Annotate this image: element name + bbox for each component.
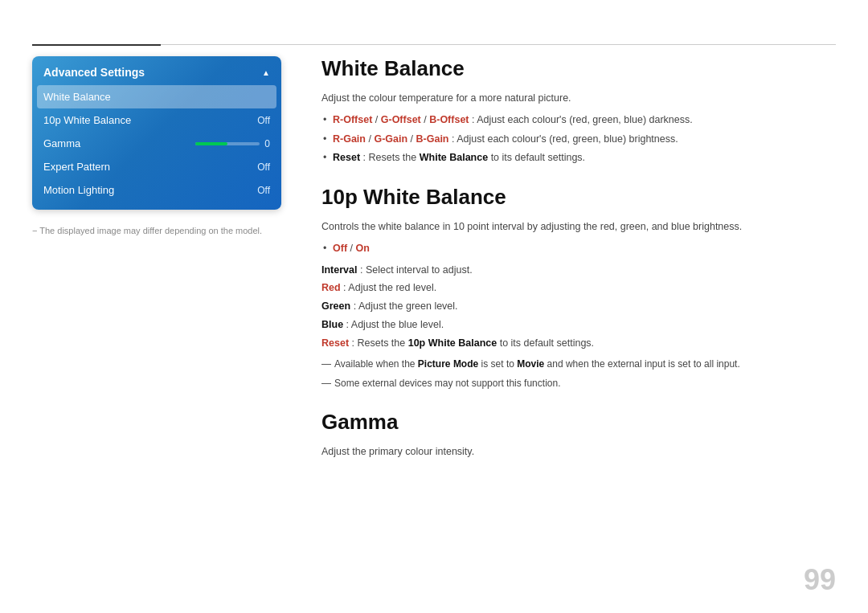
- gamma-slider-track: [195, 142, 260, 145]
- sidebar-item-gamma[interactable]: Gamma 0: [32, 132, 281, 155]
- 10p-white-balance-title: 10p White Balance: [321, 185, 836, 210]
- red-label: Red: [321, 282, 341, 293]
- section-gamma: Gamma Adjust the primary colour intensit…: [321, 410, 836, 460]
- reset-10p-text: : Resets the: [352, 337, 408, 349]
- interval-label: Interval: [321, 264, 357, 276]
- top-border-dark: [32, 44, 161, 46]
- movie-ref: Movie: [517, 358, 544, 370]
- section-white-balance: White Balance Adjust the colour temperat…: [321, 56, 836, 166]
- separator: /: [411, 133, 416, 145]
- sidebar-item-white-balance[interactable]: White Balance: [37, 85, 276, 108]
- b-offset-label: B-Offset: [429, 114, 469, 125]
- off-label: Off: [333, 243, 347, 254]
- g-gain-label: G-Gain: [374, 133, 407, 145]
- sidebar-title: Advanced Settings ▲: [32, 66, 281, 85]
- bullet-text: : Adjust each colour's (red, green, blue…: [472, 114, 693, 125]
- reset-10p-line: Reset : Resets the 10p White Balance to …: [321, 336, 836, 351]
- gamma-desc: Adjust the primary colour intensity.: [321, 444, 836, 460]
- sidebar-item-label: White Balance: [43, 91, 111, 103]
- interval-line: Interval : Select interval to adjust.: [321, 263, 836, 278]
- green-label: Green: [321, 300, 350, 312]
- interval-text: : Select interval to adjust.: [360, 264, 473, 276]
- on-label: On: [356, 243, 370, 254]
- sidebar-item-label: Gamma: [43, 137, 80, 149]
- bullet-item: R-Gain / G-Gain / B-Gain : Adjust each c…: [321, 132, 836, 147]
- sidebar-item-value: Off: [257, 185, 270, 196]
- sidebar-item-label: Expert Pattern: [43, 161, 110, 173]
- white-balance-desc: Adjust the colour temperature for a more…: [321, 91, 836, 106]
- sidebar-item-label: Motion Lighting: [43, 184, 114, 196]
- reset-label: Reset: [333, 152, 360, 163]
- sidebar-panel: Advanced Settings ▲ White Balance 10p Wh…: [32, 56, 281, 210]
- separator: /: [375, 114, 381, 125]
- separator: /: [350, 243, 356, 254]
- bullet-item: Off / On: [321, 241, 836, 256]
- green-text: : Adjust the green level.: [354, 300, 458, 312]
- sidebar-arrow-icon: ▲: [262, 68, 270, 77]
- bullet-item: Reset : Resets the White Balance to its …: [321, 150, 836, 166]
- note-picture-mode: Available when the Picture Mode is set t…: [321, 357, 836, 371]
- sidebar-note: − The displayed image may differ dependi…: [32, 226, 281, 235]
- green-line: Green : Adjust the green level.: [321, 299, 836, 314]
- red-line: Red : Adjust the red level.: [321, 280, 836, 296]
- b-gain-label: B-Gain: [416, 133, 449, 145]
- page-number: 99: [804, 563, 836, 597]
- blue-line: Blue : Adjust the blue level.: [321, 317, 836, 333]
- r-offset-label: R-Offset: [333, 114, 372, 125]
- gamma-slider-container: 0: [195, 138, 270, 149]
- blue-label: Blue: [321, 319, 343, 330]
- gamma-title: Gamma: [321, 410, 836, 435]
- sidebar-title-text: Advanced Settings: [43, 66, 145, 79]
- white-balance-bullets: R-Offset / G-Offset / B-Offset : Adjust …: [321, 112, 836, 166]
- bullet-item: R-Offset / G-Offset / B-Offset : Adjust …: [321, 112, 836, 128]
- reset-10p-label: Reset: [321, 337, 349, 349]
- main-content: White Balance Adjust the colour temperat…: [321, 56, 836, 466]
- bullet-text: : Adjust each colour's (red, green, blue…: [452, 133, 678, 145]
- white-balance-ref: White Balance: [420, 152, 488, 163]
- sidebar: Advanced Settings ▲ White Balance 10p Wh…: [32, 56, 281, 235]
- sidebar-item-value: Off: [257, 115, 270, 126]
- sidebar-item-10p-white-balance[interactable]: 10p White Balance Off: [32, 108, 281, 132]
- 10p-wb-ref: 10p White Balance: [408, 337, 497, 349]
- bullet-text: : Resets the: [363, 152, 420, 163]
- gamma-value: 0: [264, 138, 270, 149]
- note-external-devices: Some external devices may not support th…: [321, 376, 836, 390]
- reset-10p-text2: to its default settings.: [500, 337, 594, 349]
- sidebar-item-expert-pattern[interactable]: Expert Pattern Off: [32, 155, 281, 178]
- g-offset-label: G-Offset: [381, 114, 421, 125]
- 10p-bullets: Off / On: [321, 241, 836, 256]
- gamma-slider-fill: [195, 142, 227, 145]
- white-balance-title: White Balance: [321, 56, 836, 81]
- sidebar-item-motion-lighting[interactable]: Motion Lighting Off: [32, 178, 281, 202]
- r-gain-label: R-Gain: [333, 133, 366, 145]
- blue-text: : Adjust the blue level.: [346, 319, 444, 330]
- sidebar-item-label: 10p White Balance: [43, 114, 131, 126]
- bullet-text: to its default settings.: [491, 152, 585, 163]
- section-10p-white-balance: 10p White Balance Controls the white bal…: [321, 185, 836, 390]
- red-text: : Adjust the red level.: [343, 282, 436, 293]
- 10p-white-balance-desc: Controls the white balance in 10 point i…: [321, 219, 836, 235]
- picture-mode-ref: Picture Mode: [418, 358, 478, 370]
- sidebar-item-value: Off: [257, 161, 270, 173]
